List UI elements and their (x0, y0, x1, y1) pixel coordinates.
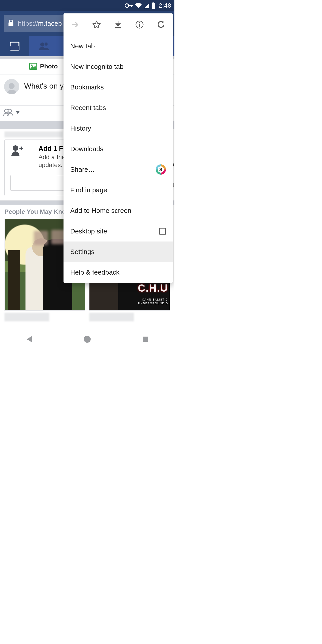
photo-icon (29, 63, 37, 70)
shirt-sub1: CANNIBALISTIC (142, 298, 168, 301)
menu-label: New incognito tab (70, 63, 124, 70)
redacted-text (4, 313, 49, 321)
status-bar: 2:48 (0, 0, 174, 11)
info-icon (135, 20, 144, 29)
svg-point-8 (12, 44, 13, 45)
menu-icon-row (64, 14, 173, 36)
menu-settings[interactable]: Settings (64, 242, 173, 262)
download-button[interactable] (113, 20, 123, 30)
download-icon (114, 20, 122, 28)
menu-desktop-site[interactable]: Desktop site (64, 221, 173, 242)
menu-downloads[interactable]: Downloads (64, 139, 173, 159)
svg-point-26 (85, 337, 90, 342)
svg-point-18 (13, 145, 18, 151)
svg-point-12 (44, 42, 48, 46)
svg-rect-24 (139, 24, 140, 27)
fb-tab-friends[interactable] (29, 36, 58, 56)
menu-label: Desktop site (70, 228, 107, 235)
svg-point-11 (40, 42, 44, 46)
svg-point-15 (9, 83, 14, 89)
menu-label: Find in page (70, 186, 107, 194)
peek-text: t (172, 182, 174, 189)
nav-back-button[interactable] (25, 335, 33, 343)
forward-button[interactable] (70, 20, 80, 30)
menu-find-in-page[interactable]: Find in page (64, 180, 173, 200)
svg-rect-4 (152, 3, 155, 9)
page-info-button[interactable] (134, 20, 144, 30)
menu-label: Downloads (70, 145, 103, 153)
svg-point-14 (31, 64, 33, 66)
shirt-sub2: UNDERGROUND D (138, 302, 168, 305)
menu-label: Recent tabs (70, 104, 106, 112)
menu-label: Settings (70, 248, 94, 256)
svg-rect-3 (152, 2, 154, 3)
checkbox-unchecked-icon[interactable] (159, 228, 166, 234)
menu-add-to-home[interactable]: Add to Home screen (64, 200, 173, 221)
svg-rect-20 (21, 147, 22, 150)
menu-label: History (70, 124, 91, 132)
status-clock: 2:48 (159, 2, 172, 9)
menu-label: New tab (70, 42, 95, 50)
reload-button[interactable] (156, 20, 166, 30)
cellular-icon (144, 3, 149, 8)
shirt-text: C.H.U (138, 282, 168, 294)
url-text: https://m.faceb (18, 20, 62, 27)
friends-icon (3, 109, 14, 116)
square-recents-icon (142, 336, 148, 342)
menu-label: Share… (70, 166, 95, 173)
menu-new-incognito[interactable]: New incognito tab (64, 56, 173, 77)
bookmark-button[interactable] (92, 20, 102, 30)
chevron-down-icon (16, 111, 20, 114)
nav-recents-button[interactable] (141, 335, 149, 343)
svg-point-0 (125, 4, 128, 8)
menu-history[interactable]: History (64, 118, 173, 139)
svg-rect-2 (131, 5, 132, 8)
svg-point-23 (139, 22, 140, 24)
menu-label: Add to Home screen (70, 207, 131, 214)
arrow-forward-icon (71, 20, 79, 28)
svg-point-16 (4, 109, 8, 113)
redacted-text (89, 313, 134, 321)
redacted-text (4, 132, 62, 137)
fb-tab-feed[interactable] (0, 36, 29, 56)
slack-icon (156, 164, 166, 175)
avatar (4, 79, 19, 94)
lock-icon (8, 20, 14, 27)
browser-overflow-menu: New tab New incognito tab Bookmarks Rece… (64, 14, 173, 283)
svg-rect-5 (8, 22, 14, 26)
menu-label: Bookmarks (70, 84, 104, 91)
add-friend-icon (10, 145, 23, 156)
svg-rect-27 (143, 337, 148, 342)
url-scheme: https:// (18, 20, 38, 27)
svg-rect-10 (14, 45, 17, 46)
url-host: m.faceb (38, 20, 62, 27)
menu-bookmarks[interactable]: Bookmarks (64, 77, 173, 98)
system-nav-bar (0, 330, 174, 349)
battery-icon (152, 2, 155, 9)
svg-rect-21 (115, 27, 121, 28)
svg-rect-7 (10, 46, 19, 50)
menu-help-feedback[interactable]: Help & feedback (64, 262, 173, 283)
svg-point-17 (8, 109, 12, 113)
wifi-icon (135, 3, 142, 8)
menu-recent-tabs[interactable]: Recent tabs (64, 98, 173, 118)
menu-new-tab[interactable]: New tab (64, 36, 173, 56)
menu-share[interactable]: Share… (64, 159, 173, 180)
composer-placeholder: What's on y (24, 82, 64, 90)
vpn-key-icon (125, 3, 133, 8)
photo-action-label: Photo (40, 63, 58, 70)
triangle-back-icon (26, 336, 32, 342)
star-icon (92, 20, 101, 29)
svg-rect-9 (14, 44, 18, 44)
refresh-icon (157, 20, 165, 29)
menu-label: Help & feedback (70, 268, 120, 276)
nav-home-button[interactable] (83, 335, 91, 343)
circle-home-icon (84, 336, 91, 343)
